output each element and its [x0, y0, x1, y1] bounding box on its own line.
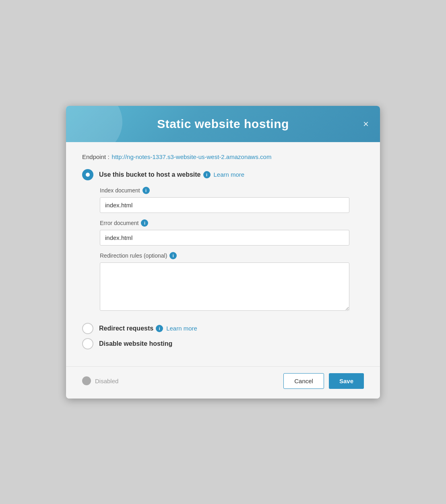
host-section-content: Index document i Error document i Redire…: [100, 187, 364, 319]
close-button[interactable]: ×: [361, 118, 370, 130]
cancel-button[interactable]: Cancel: [283, 373, 324, 389]
endpoint-row: Endpoint : http://ng-notes-1337.s3-websi…: [82, 153, 364, 160]
option-redirect-learn-more[interactable]: Learn more: [166, 325, 197, 332]
modal-body: Endpoint : http://ng-notes-1337.s3-websi…: [66, 142, 380, 363]
error-document-info-icon[interactable]: i: [141, 219, 148, 227]
option-host-row: Use this bucket to host a website i Lear…: [82, 169, 364, 180]
error-document-input[interactable]: [100, 230, 349, 246]
status-dot: [82, 376, 91, 385]
radio-host[interactable]: [82, 169, 93, 180]
option-host-label: Use this bucket to host a website: [99, 171, 201, 178]
redirection-rules-info-icon[interactable]: i: [169, 252, 177, 259]
option-redirect-label: Redirect requests: [99, 325, 153, 332]
option-redirect-row: Redirect requests i Learn more: [82, 323, 364, 334]
redirection-rules-input[interactable]: [100, 262, 349, 311]
radio-disable[interactable]: [82, 338, 93, 349]
modal-header: Static website hosting ×: [66, 106, 380, 142]
modal-footer: Disabled Cancel Save: [66, 366, 380, 399]
option-host-learn-more[interactable]: Learn more: [214, 171, 245, 178]
radio-redirect[interactable]: [82, 323, 93, 334]
footer-buttons: Cancel Save: [283, 373, 364, 389]
footer-status: Disabled: [82, 376, 118, 385]
error-document-label: Error document i: [100, 219, 364, 227]
option-host-info-icon[interactable]: i: [203, 171, 211, 178]
option-redirect-info-icon[interactable]: i: [156, 325, 163, 332]
save-button[interactable]: Save: [329, 373, 364, 389]
status-label: Disabled: [95, 378, 118, 384]
option-disable-row: Disable website hosting: [82, 338, 364, 349]
option-disable-label: Disable website hosting: [99, 340, 172, 347]
modal-container: Static website hosting × Endpoint : http…: [66, 106, 380, 399]
redirection-rules-label: Redirection rules (optional) i: [100, 252, 364, 259]
endpoint-link[interactable]: http://ng-notes-1337.s3-website-us-west-…: [112, 153, 272, 160]
index-document-input[interactable]: [100, 197, 349, 213]
endpoint-label: Endpoint :: [82, 153, 109, 160]
modal-title: Static website hosting: [157, 117, 289, 131]
index-document-label: Index document i: [100, 187, 364, 194]
index-document-info-icon[interactable]: i: [142, 187, 150, 194]
